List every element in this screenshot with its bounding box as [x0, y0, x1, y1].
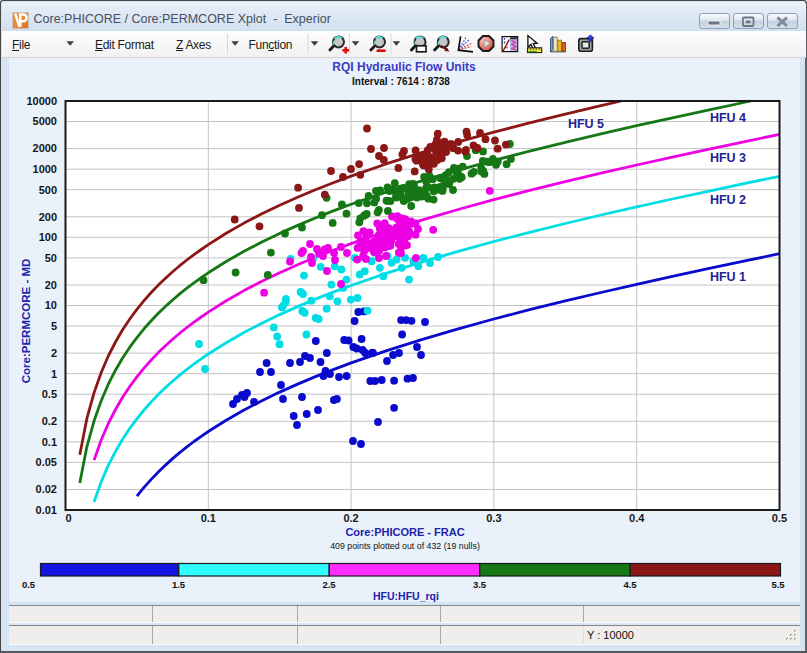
svg-text:5: 5: [51, 320, 57, 332]
svg-text:0.01: 0.01: [36, 504, 57, 516]
svg-text:HFU 2: HFU 2: [710, 193, 746, 207]
svg-text:RQI Hydraulic Flow Units: RQI Hydraulic Flow Units: [332, 60, 476, 74]
svg-text:Interval : 7614 : 8738: Interval : 7614 : 8738: [352, 76, 450, 87]
svg-text:10: 10: [45, 299, 57, 311]
svg-text:0: 0: [65, 512, 71, 524]
svg-text:0.05: 0.05: [36, 456, 57, 468]
svg-text:2.5: 2.5: [322, 579, 336, 590]
svg-text:HFU 4: HFU 4: [710, 111, 746, 125]
svg-text:Core:PHICORE - FRAC: Core:PHICORE - FRAC: [345, 526, 464, 538]
svg-text:HFU 5: HFU 5: [568, 117, 604, 131]
svg-text:1: 1: [51, 368, 57, 380]
svg-text:0.5: 0.5: [22, 579, 36, 590]
svg-text:5000: 5000: [33, 115, 57, 127]
svg-text:500: 500: [39, 184, 57, 196]
svg-text:0.5: 0.5: [772, 512, 787, 524]
svg-text:HFU 3: HFU 3: [710, 151, 746, 165]
svg-text:1000: 1000: [33, 163, 57, 175]
svg-text:0.5: 0.5: [42, 388, 57, 400]
svg-text:4.5: 4.5: [623, 579, 637, 590]
svg-text:409 points plotted out of 432: 409 points plotted out of 432 (19 nulls): [330, 541, 480, 551]
svg-text:HFU:HFU_rqi: HFU:HFU_rqi: [373, 590, 439, 602]
svg-text:1.5: 1.5: [172, 579, 186, 590]
svg-text:2000: 2000: [33, 142, 57, 154]
svg-text:200: 200: [39, 211, 57, 223]
svg-text:0.3: 0.3: [486, 512, 501, 524]
svg-text:0.02: 0.02: [36, 483, 57, 495]
svg-text:0.2: 0.2: [42, 415, 57, 427]
svg-text:0.4: 0.4: [629, 512, 645, 524]
svg-text:3.5: 3.5: [473, 579, 487, 590]
svg-text:10000: 10000: [26, 95, 57, 107]
svg-text:0.1: 0.1: [201, 512, 216, 524]
svg-text:50: 50: [45, 252, 57, 264]
svg-text:Core:PERMCORE - MD: Core:PERMCORE - MD: [20, 259, 32, 384]
svg-text:2: 2: [51, 347, 57, 359]
svg-text:100: 100: [39, 231, 57, 243]
svg-text:5.5: 5.5: [771, 579, 785, 590]
svg-text:0.2: 0.2: [343, 512, 358, 524]
svg-text:HFU 1: HFU 1: [710, 270, 746, 284]
svg-text:20: 20: [45, 279, 57, 291]
svg-text:0.1: 0.1: [42, 436, 57, 448]
